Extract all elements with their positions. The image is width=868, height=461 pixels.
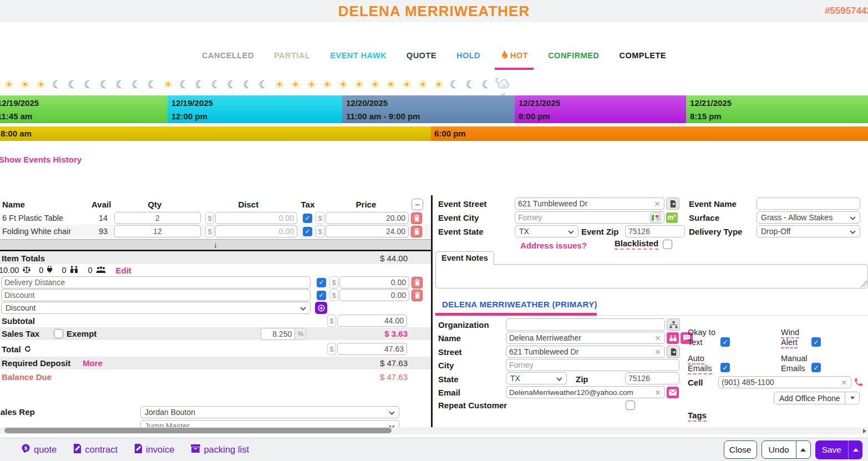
save-button[interactable]: Save [815,440,848,459]
event-name-input[interactable] [757,197,860,210]
phone-type-dropdown[interactable] [845,392,860,404]
secondary-rep-select[interactable]: Jump Master [140,420,399,427]
delete-fee-button[interactable] [412,290,423,301]
timeline-segment[interactable]: 12/21/2025 8:15 pm [686,95,868,123]
event-street-input[interactable]: 621 Tumbleweed Dr × [515,197,664,210]
fee-tax-checkbox[interactable]: ✓ [317,291,326,300]
event-state-select[interactable]: TX [515,225,578,237]
clear-icon[interactable]: × [654,347,662,357]
scrollbar-thumb[interactable] [4,428,392,433]
item-tax-checkbox[interactable]: ✓ [303,214,312,223]
copy-address-icon[interactable] [667,346,680,358]
timeline-segment[interactable]: 12/19/2025 11:45 am [0,95,167,123]
timeline-segment[interactable]: 12/19/2025 12:00 pm [167,95,342,123]
sales-rep-select[interactable]: Jordan Bouton [140,406,399,418]
timeline-segment[interactable]: 12/21/2025 8:00 pm [515,95,686,123]
clear-icon[interactable]: × [654,333,662,343]
tab-cancelled[interactable]: CANCELLED [202,50,254,61]
contact-zip-input[interactable] [625,372,679,384]
repeat-customer-checkbox[interactable] [626,401,635,410]
undo-button[interactable]: Undo [762,441,796,458]
horizontal-scrollbar[interactable] [0,427,868,434]
fee-amount-input[interactable] [339,276,409,288]
delete-item-button[interactable] [411,212,422,224]
wind-alert-checkbox[interactable]: ✓ [811,337,821,347]
fee-label-input[interactable] [1,289,311,301]
tax-rate-input[interactable] [261,328,295,340]
clear-icon[interactable]: × [840,378,848,387]
delivery-type-select[interactable]: Drop-Off [757,225,860,237]
edit-stats-link[interactable]: Edit [116,266,131,275]
delete-fee-button[interactable] [412,277,423,288]
event-notes-tab[interactable]: Event Notes [435,251,494,265]
item-discount-input[interactable] [215,212,297,224]
contact-name-input[interactable]: Delena Merriweather × [506,332,665,344]
add-fee-button[interactable] [315,302,327,314]
tab-hold[interactable]: HOLD [456,50,480,61]
tab-partial[interactable]: PARTIAL [274,50,310,61]
collapse-items-button[interactable]: − [412,199,423,210]
contact-city-input[interactable] [506,359,679,371]
event-zip-input[interactable] [625,225,685,237]
item-qty-input[interactable] [114,212,201,224]
fee-amount-input[interactable] [339,289,409,301]
email-input[interactable]: DelenaMerriweather120@yahoo.com × [506,386,665,398]
organization-input[interactable] [506,318,665,331]
timeline-segment[interactable]: 12/20/2025 11:00 am - 9:00 pm [342,95,515,123]
address-issues-link[interactable]: Address issues? [520,241,587,250]
fee-tax-checkbox[interactable]: ✓ [317,278,326,287]
invoice-link[interactable]: invoice [134,444,174,455]
contract-link[interactable]: contract [73,444,118,455]
contact-state-select[interactable]: TX [506,372,567,384]
close-button[interactable]: Close [724,440,757,459]
total-input[interactable] [337,343,407,355]
okay-to-text-checkbox[interactable]: ✓ [720,337,730,347]
event-notes-textarea[interactable] [435,264,868,288]
contact-street-input[interactable]: 621 Tumbleweed Dr × [506,346,665,358]
map-m-icon[interactable]: m° [666,212,678,223]
contacts-people-icon[interactable] [667,332,679,344]
delete-item-button[interactable] [411,226,422,237]
scrollbar-right-arrow[interactable] [863,429,866,433]
copy-address-icon[interactable] [666,197,679,210]
quote-link[interactable]: $ quote [21,444,57,455]
undo-dropdown-button[interactable] [796,441,810,458]
tab-event-hawk[interactable]: EVENT HAWK [330,50,387,61]
google-maps-icon[interactable] [650,212,661,222]
envelope-icon[interactable] [667,387,679,398]
clear-icon[interactable]: × [653,199,661,209]
tab-complete[interactable]: COMPLETE [619,50,666,61]
resize-handle[interactable] [861,281,867,287]
cell-input[interactable]: (901) 485-1100 × [718,376,851,388]
expand-items-bar[interactable]: ↓ [0,239,431,249]
add-office-phone-button[interactable]: Add Office Phone [774,392,845,404]
fee-type-select[interactable]: Discount [1,302,311,314]
surface-select[interactable]: Grass - Allow Stakes [757,211,860,224]
packing-list-link[interactable]: packing list [191,444,249,455]
fee-label-input[interactable] [1,276,311,288]
save-dropdown-button[interactable] [848,440,862,459]
phone-icon[interactable] [854,377,864,387]
blacklisted-checkbox[interactable] [663,240,672,249]
item-price-input[interactable] [326,212,409,224]
item-price-input[interactable] [326,225,409,237]
item-tax-checkbox[interactable]: ✓ [303,227,312,236]
deposit-more-link[interactable]: More [83,358,103,368]
tab-quote[interactable]: QUOTE [407,50,436,61]
timeline-segment[interactable]: 6:00 pm [431,126,868,141]
tab-confirmed[interactable]: CONFIRMED [548,50,599,61]
event-city-input[interactable]: Forney [515,211,664,224]
show-events-history-link[interactable]: Show Events History [0,155,82,164]
item-qty-input[interactable] [114,225,201,237]
tab-hot[interactable]: HOT [500,50,528,61]
refresh-icon[interactable] [24,346,31,352]
item-discount-input[interactable] [215,225,297,237]
org-hierarchy-icon[interactable] [667,318,680,331]
tax-exempt-checkbox[interactable] [54,329,63,338]
primary-contact-tab[interactable]: DELENA MERRIWEATHER (PRIMARY) [442,300,597,309]
clear-icon[interactable]: × [654,388,662,397]
manual-emails-checkbox[interactable]: ✓ [811,363,821,372]
timeline-segment[interactable]: 8:00 am [0,126,431,141]
auto-emails-checkbox[interactable]: ✓ [720,363,730,372]
subtotal-input[interactable] [337,315,407,327]
